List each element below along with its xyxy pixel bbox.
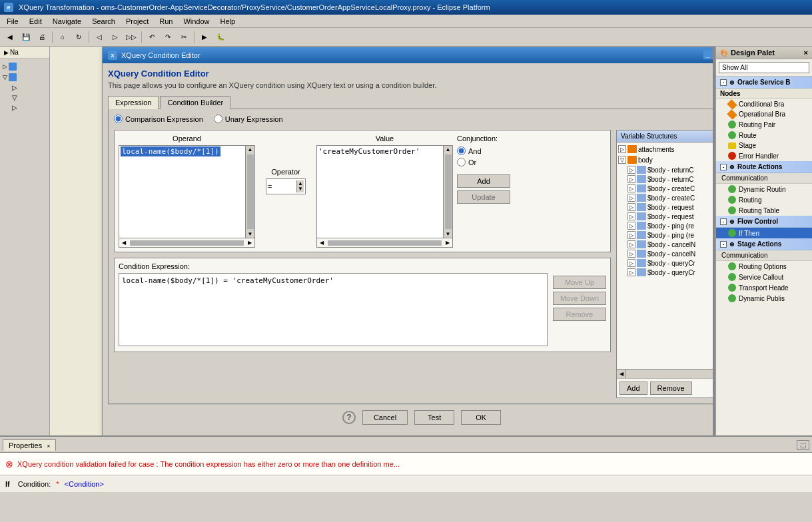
tree-expand-b11[interactable]: ▷ [627,259,635,267]
palette-item-routing-options[interactable]: Routing Options [716,261,812,272]
tree-expand-b8[interactable]: ▷ [627,231,635,239]
stage-actions-expand[interactable]: - [720,241,727,248]
palette-item-route[interactable]: Route [716,130,812,140]
operand-hscroll-left[interactable]: ◀ [119,238,129,247]
tree-item-body-10[interactable]: ▷ $body - cancelN [627,249,715,258]
tab-expression[interactable]: Expression [108,96,159,109]
resize-handle[interactable] [713,47,715,435]
palette-item-operational-bra[interactable]: Operational Bra [716,109,812,119]
tree-expand-b4[interactable]: ▷ [627,194,635,202]
nav-item-expand-icon[interactable]: ▷ [3,83,47,93]
toolbar-redo[interactable]: ↷ [161,30,175,45]
palette-item-routing-table[interactable]: Routing Table [716,205,812,216]
cancel-button[interactable]: Cancel [362,410,408,425]
condition-link[interactable]: <Condition> [65,480,104,488]
toolbar-run[interactable]: ▶ [197,30,212,45]
tree-expand-b7[interactable]: ▷ [627,222,635,230]
properties-tab[interactable]: Properties × [3,439,56,451]
variable-add-btn[interactable]: Add [619,382,647,395]
menu-file[interactable]: File [3,16,23,27]
toolbar-bug[interactable]: 🐛 [213,30,228,45]
toolbar-prev[interactable]: ◁ [92,30,107,45]
toolbar-print[interactable]: 🖨 [35,30,49,45]
value-textarea[interactable]: 'createMyCustomerOrder' [316,145,444,238]
dialog-minimize[interactable]: _ [703,50,713,59]
palette-item-conditional-bra[interactable]: Conditional Bra [716,99,812,109]
toolbar-back[interactable]: ◀ [3,30,17,45]
tree-item-body-5[interactable]: ▷ $body - request [627,202,715,212]
menu-help[interactable]: Help [216,16,240,27]
stage-communication-folder[interactable]: Communication [716,250,812,261]
oracle-expand[interactable]: - [720,79,727,86]
add-button[interactable]: Add [457,174,510,188]
tree-expand-b3[interactable]: ▷ [627,184,635,192]
tree-item-body-11[interactable]: ▷ $body - queryCr [627,258,715,268]
palette-item-error-handler[interactable]: Error Handler [716,150,812,161]
value-scroll-down[interactable]: ▼ [445,230,452,238]
route-actions-expand[interactable]: - [720,164,727,170]
tree-item-body-1[interactable]: ▷ $body - returnC [627,165,715,174]
tree-item-body-9[interactable]: ▷ $body - cancelN [627,240,715,249]
toolbar-undo[interactable]: ↶ [145,30,159,45]
radio-or-input[interactable] [457,158,466,166]
palette-search-input[interactable] [719,62,809,73]
menu-edit[interactable]: Edit [25,16,46,27]
move-down-button[interactable]: Move Down [553,292,606,305]
radio-and-input[interactable] [457,146,466,155]
palette-item-if-then[interactable]: If Then [716,228,812,238]
variable-remove-btn[interactable]: Remove [650,382,692,395]
tree-expand-b5[interactable]: ▷ [627,203,635,211]
value-hscroll-left[interactable]: ◀ [317,238,326,247]
toolbar-home[interactable]: ⌂ [55,30,70,45]
palette-item-dynamic-routin[interactable]: Dynamic Routin [716,184,812,194]
radio-comparison-input[interactable] [114,115,123,123]
toolbar-fwd[interactable]: ▷▷ [124,30,139,45]
operand-scroll-up[interactable]: ▲ [247,146,254,153]
radio-or[interactable]: Or [457,158,606,166]
toolbar-next[interactable]: ▷ [108,30,123,45]
properties-tab-close[interactable]: × [47,443,50,449]
menu-window[interactable]: Window [179,16,213,27]
help-button[interactable]: ? [342,411,356,424]
palette-item-stage[interactable]: Stage [716,140,812,150]
toolbar-save[interactable]: 💾 [19,30,33,45]
nav-expand-icon[interactable]: ▶ [4,49,9,56]
tree-item-body-4[interactable]: ▷ $body - createC [627,193,715,202]
flow-control-expand[interactable]: - [720,218,727,225]
tree-expand-attachments[interactable]: ▷ [618,145,626,153]
tree-item-attachments[interactable]: ▷ attachments [618,144,715,154]
operator-dropdown[interactable]: = ▲ ▼ [266,178,306,194]
tree-item-body-6[interactable]: ▷ $body - request [627,212,715,221]
nav-item-2[interactable]: ▽ [3,72,47,83]
test-button[interactable]: Test [414,410,454,425]
radio-unary[interactable]: Unary Expression [214,115,283,123]
operand-textarea[interactable]: local-name($body/*[1]) [119,145,246,238]
operator-down[interactable]: ▼ [298,186,303,192]
tree-expand-b6[interactable]: ▷ [627,212,635,220]
maximize-bottom[interactable]: ⬚ [797,440,809,450]
communication-folder[interactable]: Communication [716,173,812,184]
tree-item-body-2[interactable]: ▷ $body - returnC [627,174,715,184]
tree-expand-body[interactable]: ▽ [618,156,626,164]
tree-expand-b12[interactable]: ▷ [627,268,635,276]
palette-item-service-callout[interactable]: Service Callout [716,272,812,282]
tree-expand-b1[interactable]: ▷ [627,166,635,174]
ok-button[interactable]: OK [461,410,501,425]
condition-textarea[interactable]: local-name($body/*[1]) = 'createMyCustom… [119,273,548,346]
tab-condition-builder[interactable]: Condition Builder [160,96,230,109]
nav-item-3[interactable]: ▽ [3,93,47,103]
operand-scroll-down[interactable]: ▼ [247,230,254,238]
tree-item-body-8[interactable]: ▷ $body - ping (re [627,230,715,240]
operand-hscroll-right[interactable]: ▶ [245,238,254,247]
toolbar-cut[interactable]: ✂ [177,30,191,45]
palette-item-dynamic-publis[interactable]: Dynamic Publis [716,293,812,304]
value-scroll-up[interactable]: ▲ [445,146,452,153]
tree-expand-b2[interactable]: ▷ [627,175,635,183]
palette-item-routing[interactable]: Routing [716,194,812,205]
tree-item-body-7[interactable]: ▷ $body - ping (re [627,221,715,230]
radio-unary-input[interactable] [214,115,222,123]
tree-item-body-3[interactable]: ▷ $body - createC [627,184,715,193]
tree-expand-b9[interactable]: ▷ [627,240,635,248]
var-hscroll-left[interactable]: ◀ [617,370,626,378]
nav-item-4[interactable]: ▷ [3,103,47,113]
